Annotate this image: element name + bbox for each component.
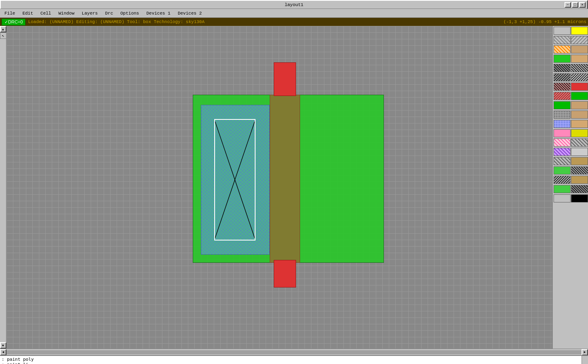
layer-swatch-yellow2[interactable] [571,129,588,137]
layer-swatch-yellow[interactable] [571,27,588,35]
origin-icon: ↖ [0,32,6,39]
layer-swatch-empty2 [554,194,571,202]
layer-swatch-x9[interactable] [571,185,588,193]
scroll-left-arrow[interactable]: ◄ [0,349,6,355]
svg-line-0 [215,121,255,238]
layer-swatch-x3[interactable] [554,73,571,81]
status-text-right: (-1,3 +1,25) -0.95 +1.1 microns [503,19,586,24]
layer-swatch-pink[interactable] [554,129,571,137]
svg-line-1 [215,121,255,238]
layer-swatch-tan6[interactable] [571,157,588,165]
main-area: ▲ ↖ ▼ [0,26,588,349]
status-text-left: Loaded: (UNNAMED) Editing: (UNNAMED) Too… [28,19,205,24]
contact-bottom [274,260,296,287]
layer-swatch-green1[interactable] [554,55,571,63]
scrollbar-track[interactable] [6,350,582,354]
layer-swatch-black[interactable] [571,194,588,202]
layer-swatch-gray-diag2[interactable] [554,157,571,165]
menu-drc[interactable]: Drc [101,10,117,17]
title-bar: layout1 − □ ✕ [0,0,588,9]
console-scrollbar[interactable] [582,356,588,364]
layer-swatch-x2[interactable] [571,64,588,72]
layer-swatch-blue-spotted[interactable] [554,120,571,128]
layer-swatch-tan4[interactable] [571,111,588,119]
transistor-symbol [214,119,256,241]
console-line-2: : paint li [2,362,586,364]
contact-top [274,62,296,96]
layer-swatch-x7[interactable] [571,166,588,175]
restore-button[interactable]: □ [572,2,578,8]
close-button[interactable]: ✕ [579,2,586,8]
layer-swatch-red1[interactable] [571,83,588,91]
window-title: layout1 [285,2,303,7]
menu-file[interactable]: File [1,10,19,17]
layer-swatch-green3[interactable] [554,101,571,109]
nwell-region [193,95,384,263]
left-scrollbar[interactable]: ▲ ↖ ▼ [0,26,6,349]
layer-swatch-x1[interactable] [554,64,571,72]
layer-swatch-x5[interactable] [554,83,571,91]
menu-devices2[interactable]: Devices 2 [174,10,205,17]
menu-edit[interactable]: Edit [19,10,36,17]
layer-swatch-empty1[interactable] [554,27,571,35]
layout-canvas[interactable] [6,26,552,349]
menu-bar: File Edit Cell Window Layers Drc Options… [0,9,588,18]
layer-swatch-gray-diag[interactable] [571,138,588,147]
menu-window[interactable]: Window [55,10,78,17]
layer-swatch-tan7[interactable] [571,176,588,184]
minimize-button[interactable]: − [565,2,571,8]
console-line-1: : paint poly [2,357,586,362]
scroll-up-arrow[interactable]: ▲ [0,26,6,32]
console-area: : paint poly : paint li : paint ndc [0,355,588,364]
menu-cell[interactable]: Cell [37,10,55,17]
layer-swatch-light-gray[interactable] [571,148,588,156]
layer-swatch-tan2[interactable] [571,55,588,63]
layer-swatch-orange[interactable] [554,45,571,53]
layer-swatch-spotted1[interactable] [554,111,571,119]
layer-swatch-green5[interactable] [554,185,571,193]
menu-devices1[interactable]: Devices 1 [143,10,174,17]
layer-swatch-x4[interactable] [571,73,588,81]
scroll-down-arrow[interactable]: ▼ [0,342,6,349]
layer-swatch-tan5[interactable] [571,120,588,128]
layer-swatch-tan3[interactable] [571,101,588,109]
layer-panel [552,26,588,349]
scroll-right-arrow[interactable]: ► [582,349,588,355]
layer-swatch-diag1[interactable] [554,36,571,44]
layer-swatch-pink-diag[interactable] [554,138,571,147]
layer-swatch-green2[interactable] [571,92,588,100]
layer-swatch-green4[interactable] [554,166,571,175]
menu-options[interactable]: Options [117,10,143,17]
layer-swatch-diag2[interactable] [571,36,588,44]
bottom-scrollbar[interactable]: ◄ ► [0,349,588,355]
status-bar: ✓DRC=0 Loaded: (UNNAMED) Editing: (UNNAM… [0,18,588,26]
window-controls: − □ ✕ [565,2,586,8]
layer-swatch-x8[interactable] [554,176,571,184]
drc-button[interactable]: ✓DRC=0 [2,19,26,26]
diffusion-region [201,105,270,255]
layer-swatch-tan1[interactable] [571,45,588,53]
menu-layers[interactable]: Layers [78,10,102,17]
layer-swatch-purple-diag[interactable] [554,148,571,156]
poly-region [270,95,300,263]
layer-swatch-x6[interactable] [554,92,571,100]
layout-canvas-area[interactable] [6,26,552,349]
